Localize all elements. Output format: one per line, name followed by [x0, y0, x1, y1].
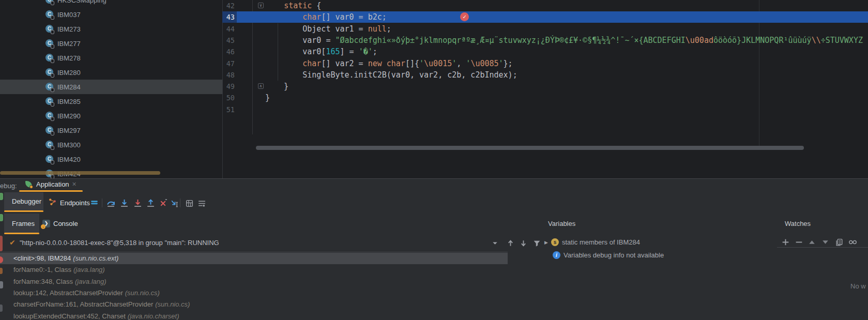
project-tree: CHKSCSMappingCIBM037CIBM273CIBM277CIBM27… [0, 0, 222, 178]
run-to-cursor-icon[interactable] [170, 199, 179, 208]
class-icon: C [45, 83, 54, 91]
debug-window-label: ebug: [0, 182, 17, 190]
line-number[interactable]: 51 [222, 104, 235, 115]
stack-frame-row[interactable]: charsetForName:161, AbstractCharsetProvi… [0, 299, 508, 310]
close-icon[interactable]: × [72, 180, 77, 188]
watches-header: Watches [785, 220, 811, 227]
variables-header: Variables [548, 220, 575, 227]
tree-item-ibm280[interactable]: CIBM280 [0, 65, 222, 80]
line-number[interactable]: 49 [222, 81, 235, 92]
stripe-settings-icon[interactable] [0, 281, 3, 288]
class-icon: C [45, 97, 54, 105]
fold-marker-icon[interactable]: ∨ [258, 3, 264, 8]
stack-frame-row[interactable]: forName:348, Class(java.lang) [0, 276, 508, 287]
line-number[interactable]: 47 [222, 58, 235, 69]
tab-endpoints[interactable]: Endpoints [48, 197, 90, 208]
stack-frame-row[interactable]: lookupExtendedCharset:452, Charset(java.… [0, 311, 508, 320]
step-over-icon[interactable] [106, 199, 115, 208]
tree-item-ibm290[interactable]: CIBM290 [0, 109, 222, 123]
breakpoint-icon[interactable]: ✓ [460, 12, 469, 21]
expander-icon[interactable]: ▶ [544, 240, 548, 245]
class-icon: C [45, 112, 54, 120]
line-number[interactable]: 50 [222, 92, 235, 103]
tree-item-ibm273[interactable]: CIBM273 [0, 22, 222, 36]
tab-console[interactable]: ❯↓ Console [42, 220, 78, 227]
session-tab-underline [19, 190, 83, 192]
stripe-rerun-icon[interactable] [0, 193, 3, 200]
variables-info-row: i Variables debug info not available [553, 251, 664, 259]
variables-static-row[interactable]: ▶ s static members of IBM284 [544, 238, 640, 246]
frames-tab-underline [4, 233, 39, 234]
editor-line-48: 48 SingleByte.initC2B(var0, var2, c2b, c… [222, 69, 868, 81]
tree-item-ibm277[interactable]: CIBM277 [0, 36, 222, 51]
editor-line-47: 47 char[] var2 = new char[]{'\u0015', '\… [222, 58, 868, 69]
move-up-icon[interactable] [807, 237, 816, 247]
tree-horizontal-scrollbar[interactable] [0, 171, 160, 175]
step-into-icon[interactable] [119, 199, 129, 208]
stack-frame-row[interactable]: lookup:142, AbstractCharsetProvider(sun.… [0, 287, 508, 299]
tab-debugger-label[interactable]: Debugger [12, 197, 41, 205]
copy-icon[interactable] [834, 237, 844, 247]
chevron-down-icon[interactable] [490, 238, 499, 248]
add-watch-icon[interactable] [781, 237, 790, 247]
layout-settings-icon[interactable] [197, 199, 206, 208]
drop-frame-icon[interactable] [158, 199, 167, 208]
debugger-tab-underline [4, 210, 43, 212]
line-number[interactable]: 44 [222, 23, 235, 35]
fold-marker-icon[interactable]: ∧ [258, 83, 264, 89]
menu-icon[interactable] [89, 199, 99, 208]
class-icon: C [45, 54, 54, 62]
editor-line-42: 42∨ static { [222, 0, 868, 11]
editor-line-49: 49∧ } [222, 81, 868, 92]
step-out-icon[interactable] [146, 199, 155, 208]
editor-horizontal-scrollbar[interactable] [256, 146, 804, 150]
watches-empty-text: No w [850, 282, 866, 290]
tree-item-ibm297[interactable]: CIBM297 [0, 123, 222, 138]
tree-item-ibm285[interactable]: CIBM285 [0, 94, 222, 109]
class-icon: C [45, 10, 54, 19]
tree-item-ibm284[interactable]: CIBM284 [0, 80, 222, 94]
toolbar-separator [180, 199, 180, 207]
tree-item-ibm037[interactable]: CIBM037 [0, 7, 222, 22]
editor-line-46: 46 var0[165] = '�'; [222, 46, 868, 57]
class-icon: C [45, 0, 54, 4]
stripe-stop-icon[interactable] [0, 236, 3, 251]
toolbar-separator [102, 199, 102, 207]
editor-line-43: 43✓ char[] var0 = b2c; [222, 11, 868, 23]
line-number[interactable]: 43 [222, 11, 235, 23]
stack-frame-row[interactable]: forName0:-1, Class(java.lang) [0, 264, 508, 276]
info-icon: i [553, 251, 560, 259]
class-icon: C [45, 68, 54, 77]
stripe-resume-icon[interactable] [0, 214, 3, 221]
spring-boot-icon [25, 180, 33, 188]
tree-item-ibm420[interactable]: CIBM420 [0, 152, 222, 166]
show-watches-icon[interactable] [848, 237, 857, 247]
tree-item-ibm300[interactable]: CIBM300 [0, 138, 222, 152]
stripe-help-icon[interactable] [0, 304, 3, 312]
force-step-into-icon[interactable] [133, 199, 142, 208]
remove-watch-icon[interactable] [794, 237, 803, 247]
class-icon: C [45, 155, 54, 163]
thread-selector[interactable]: "http-nio-0.0.0.0-18081-exec-8"@5,318 in… [20, 239, 219, 247]
evaluate-expression-icon[interactable] [185, 199, 194, 208]
console-icon: ❯↓ [42, 220, 50, 227]
arrow-down-icon[interactable] [519, 238, 528, 248]
static-members-icon: s [551, 238, 559, 246]
stack-frame-row[interactable]: <clinit>:98, IBM284(sun.nio.cs.ext) [0, 253, 508, 264]
line-number[interactable]: 48 [222, 69, 235, 81]
line-number[interactable]: 45 [222, 35, 235, 46]
session-tab-application[interactable]: Application × [25, 180, 77, 188]
arrow-up-icon[interactable] [506, 238, 515, 248]
editor-line-51: 51 [222, 104, 868, 115]
tree-item-ibm278[interactable]: CIBM278 [0, 51, 222, 65]
line-number[interactable]: 42 [222, 0, 235, 11]
stripe-mute-icon[interactable] [0, 268, 3, 274]
move-down-icon[interactable] [820, 237, 830, 247]
line-number[interactable]: 46 [222, 46, 235, 57]
tree-item-hkscsmapping[interactable]: CHKSCSMapping [0, 0, 222, 7]
thread-status-icon: ✔ [9, 238, 16, 247]
frames-divider [0, 252, 508, 252]
filter-icon[interactable] [532, 238, 541, 248]
watches-divider [777, 247, 868, 248]
tab-frames-label[interactable]: Frames [12, 220, 35, 227]
